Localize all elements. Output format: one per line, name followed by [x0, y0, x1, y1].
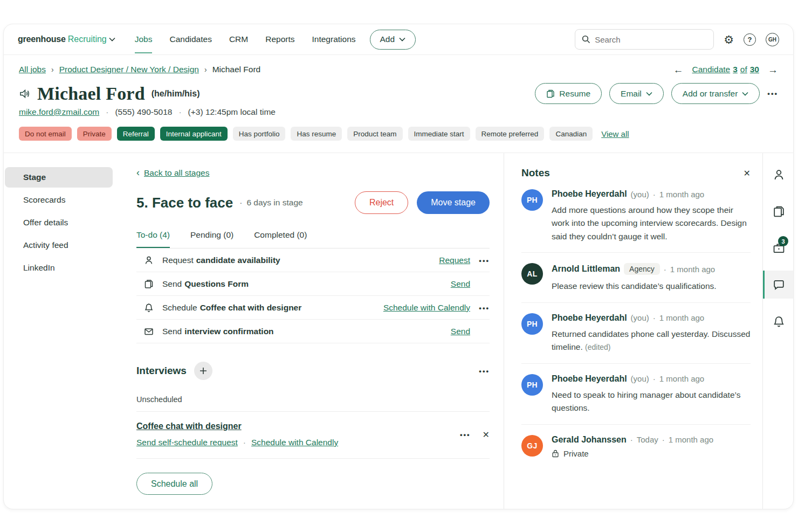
breadcrumb-job[interactable]: Product Designer / New York / Design [59, 65, 199, 74]
avatar: PH [521, 374, 543, 396]
nav-crm[interactable]: CRM [229, 25, 248, 53]
interviews-menu-button[interactable]: ••• [479, 367, 490, 375]
interview-group-label: Unscheduled [136, 395, 490, 412]
speaker-icon [19, 88, 31, 100]
schedule-with-calendly-link[interactable]: Schedule with Calendly [251, 438, 338, 447]
send-self-schedule-link[interactable]: Send self-schedule request [136, 438, 238, 447]
interview-title-link[interactable]: Coffee chat with designer [136, 422, 338, 431]
send-interview-confirmation-link[interactable]: Send [451, 327, 470, 336]
notes-title: Notes [521, 167, 550, 179]
dot-separator: · [662, 435, 665, 444]
resume-button[interactable]: Resume [535, 83, 602, 104]
greenhouse-logo[interactable]: greenhouse Recruiting [18, 34, 115, 44]
close-notes-button[interactable]: ✕ [744, 168, 751, 178]
tab-todo[interactable]: To-do (4) [136, 230, 170, 248]
next-candidate-button[interactable]: → [768, 65, 778, 75]
sidebar-item-scorecards[interactable]: Scorecards [5, 190, 113, 210]
search-box[interactable] [575, 29, 714, 50]
prev-candidate-button[interactable]: ← [673, 65, 684, 75]
candidate-sidebar: Stage Scorecards Offer details Activity … [4, 153, 115, 509]
resume-button-label: Resume [559, 89, 590, 99]
task-prefix: Request [162, 255, 194, 265]
rail-notes-button[interactable] [763, 271, 793, 299]
tag-internal-applicant: Internal applicant [160, 127, 228, 141]
request-availability-link[interactable]: Request [439, 255, 470, 265]
sidebar-item-activity-feed[interactable]: Activity feed [5, 235, 113, 255]
dot-separator: · [106, 107, 108, 117]
avatar: PH [521, 313, 543, 335]
note-you: (you) [631, 190, 649, 199]
add-button[interactable]: Add [370, 30, 416, 50]
nav-candidates[interactable]: Candidates [169, 25, 211, 53]
top-nav-right: ⚙ ? GH [575, 29, 779, 50]
nav-integrations[interactable]: Integrations [312, 25, 356, 53]
task-row: Schedule Coffee chat with designer Sched… [136, 296, 490, 320]
chat-bubble-icon [773, 279, 785, 291]
task-row: Request candidate availability Request •… [136, 248, 490, 272]
tag-referral: Referral [117, 127, 155, 141]
logo-brand: greenhouse [18, 34, 66, 44]
schedule-all-button[interactable]: Schedule all [136, 473, 212, 495]
back-to-all-stages-link[interactable]: ‹ Back to all stages [136, 167, 209, 178]
chevron-down-icon [109, 37, 115, 42]
tab-completed[interactable]: Completed (0) [254, 230, 307, 248]
note-timestamp: 1 month ago [659, 374, 704, 383]
account-menu[interactable]: GH [766, 33, 779, 46]
add-interview-button[interactable] [194, 362, 212, 380]
note-author: Phoebe Heyerdahl [552, 313, 627, 323]
tab-pending[interactable]: Pending (0) [190, 230, 233, 248]
interview-menu-button[interactable]: ••• [460, 431, 471, 439]
note-item: PH Phoebe Heyerdahl (you) · 1 month ago … [521, 303, 751, 364]
task-title: candidate availability [196, 255, 280, 265]
add-or-transfer-button[interactable]: Add or transfer [671, 83, 760, 104]
pager-of: of [740, 65, 747, 74]
note-item: PH Phoebe Heyerdahl (you) · 1 month ago … [521, 364, 751, 425]
help-button[interactable]: ? [744, 33, 756, 46]
sidebar-item-linkedin[interactable]: LinkedIn [5, 258, 113, 278]
candidate-email-link[interactable]: mike.ford@zmail.com [19, 107, 99, 117]
task-menu-button[interactable]: ••• [479, 257, 490, 265]
avatar: GJ [521, 435, 543, 457]
schedule-with-calendly-link[interactable]: Schedule with Calendly [383, 303, 470, 313]
lock-icon [552, 450, 559, 458]
agency-badge: Agency [624, 263, 660, 275]
candidate-pager-link[interactable]: Candidate 3 of 30 [692, 65, 759, 74]
tag-has-resume: Has resume [291, 127, 342, 141]
avatar: PH [521, 189, 543, 211]
reject-button[interactable]: Reject [355, 191, 408, 214]
breadcrumb-all-jobs[interactable]: All jobs [19, 65, 46, 74]
email-button[interactable]: Email [609, 83, 664, 104]
interview-item: Coffee chat with designer Send self-sche… [136, 412, 490, 459]
note-item: PH Phoebe Heyerdahl (you) · 1 month ago … [521, 179, 751, 253]
nav-reports[interactable]: Reports [265, 25, 294, 53]
remove-interview-button[interactable]: ✕ [483, 430, 490, 440]
pages-icon [773, 205, 785, 218]
more-actions-button[interactable]: ••• [767, 89, 778, 98]
task-menu-button[interactable]: ••• [479, 304, 490, 312]
pronounce-name-button[interactable] [19, 88, 31, 100]
task-title: Questions Form [184, 279, 249, 289]
settings-button[interactable]: ⚙ [724, 34, 734, 45]
back-link-label: Back to all stages [144, 168, 209, 178]
dot-separator: · [243, 438, 246, 447]
nav-jobs[interactable]: Jobs [135, 25, 153, 53]
rail-interview-kit-button[interactable]: 3 [763, 234, 793, 262]
rail-notifications-button[interactable] [763, 307, 793, 335]
task-row: Send interview confirmation Send [136, 320, 490, 343]
interviews-header: Interviews ••• [136, 362, 490, 380]
send-questions-form-link[interactable]: Send [451, 279, 470, 289]
rail-documents-button[interactable] [763, 197, 793, 225]
move-stage-button[interactable]: Move stage [417, 191, 490, 214]
view-all-tags-link[interactable]: View all [601, 129, 629, 139]
note-timestamp: 1 month ago [670, 265, 715, 274]
search-input[interactable] [595, 35, 707, 44]
rail-candidate-info-button[interactable] [763, 161, 793, 189]
breadcrumb-current: Michael Ford [212, 65, 261, 74]
candidate-local-time: (+3) 12:45pm local time [188, 107, 276, 117]
user-avatar: GH [766, 33, 779, 46]
bell-icon [773, 315, 785, 328]
tag-product-team: Product team [347, 127, 402, 141]
sidebar-item-offer-details[interactable]: Offer details [5, 212, 113, 233]
note-you: (you) [631, 374, 649, 383]
sidebar-item-stage[interactable]: Stage [5, 167, 113, 188]
